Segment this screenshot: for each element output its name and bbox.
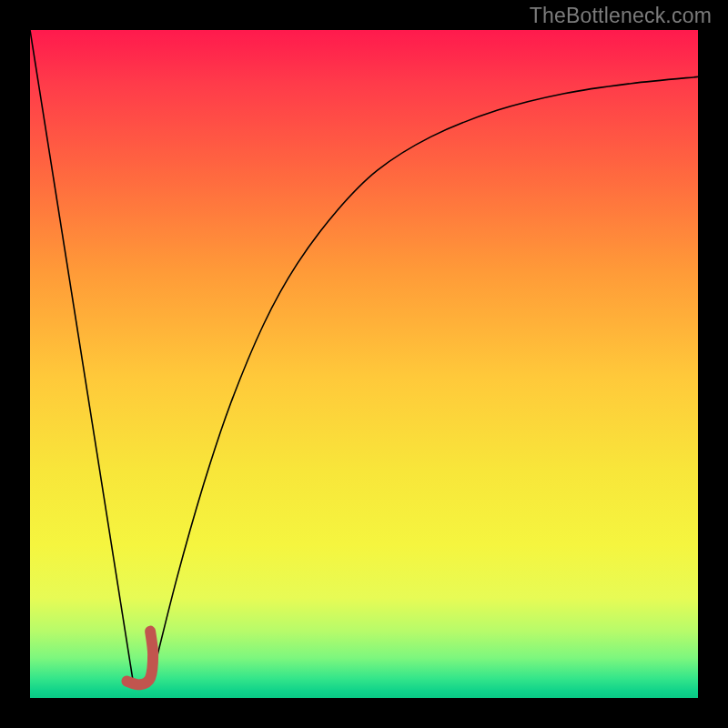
chart-frame: TheBottleneck.com <box>0 0 728 728</box>
marker-j-shape <box>126 632 153 685</box>
plot-area <box>30 30 698 698</box>
left-branch-line <box>30 30 134 684</box>
right-branch-curve <box>150 76 698 684</box>
curves-svg <box>30 30 698 698</box>
watermark-text: TheBottleneck.com <box>530 4 712 28</box>
series-layer <box>30 30 698 684</box>
